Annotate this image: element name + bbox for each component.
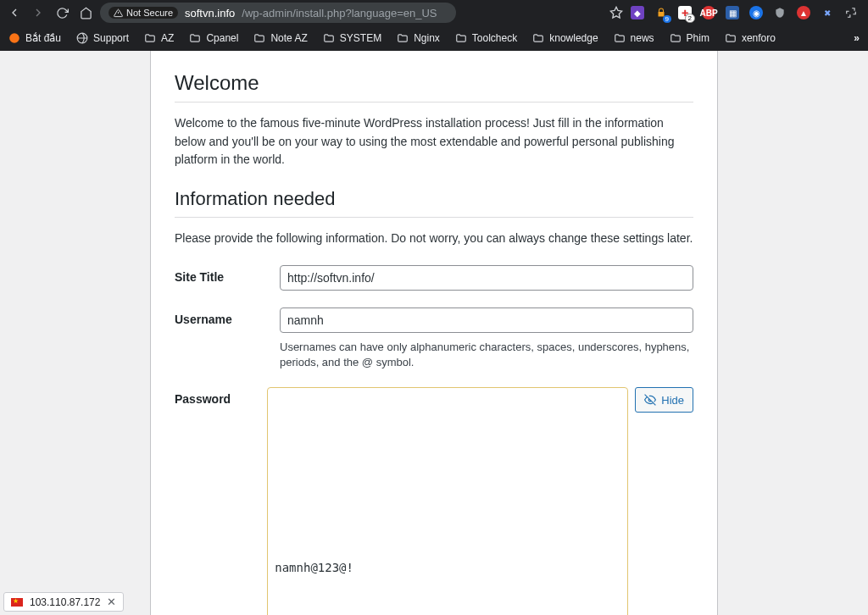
row-site-title: Site Title [175,265,693,291]
bookmarks-bar: Bắt đầu Support AZ Cpanel Note AZ SYSTEM… [0,25,868,51]
bookmark-label: Support [93,32,129,44]
extension-icons: ◆ 9 ✚2 ABP ▦ ◉ ▲ ✖ [631,6,863,19]
welcome-paragraph: Welcome to the famous five-minute WordPr… [175,114,693,169]
bookmark-overflow[interactable]: » [854,32,860,44]
bookmark-batdau[interactable]: Bắt đầu [8,32,61,44]
password-input[interactable] [267,387,628,615]
svg-point-3 [9,33,19,43]
eye-off-icon [644,394,656,406]
bookmark-label: AZ [161,32,174,44]
download-item[interactable]: 103.110.87.172 ✕ [3,592,124,612]
url-host: softvn.info [185,7,235,19]
label-username: Username [175,308,280,326]
page-background: Welcome Welcome to the famous five-minut… [0,51,868,615]
bookmark-star-icon[interactable] [607,3,626,22]
welcome-heading: Welcome [175,71,693,95]
bookmark-system[interactable]: SYSTEM [323,32,381,44]
bookmark-cpanel[interactable]: Cpanel [189,32,238,44]
bookmark-label: knowledge [549,32,598,44]
bookmark-support[interactable]: Support [76,32,129,44]
ext-icon-2[interactable]: 9 [654,6,668,19]
username-input[interactable] [280,308,693,333]
url-path: /wp-admin/install.php?language=en_US [242,7,437,19]
browser-toolbar: Not Secure softvn.info/wp-admin/install.… [0,0,868,25]
reload-button[interactable] [53,3,71,22]
ext-icon-abp[interactable]: ABP [702,6,715,19]
bookmark-label: SYSTEM [340,32,381,44]
bookmark-az[interactable]: AZ [144,32,174,44]
bookmark-label: Bắt đầu [25,32,61,44]
address-bar[interactable]: Not Secure softvn.info/wp-admin/install.… [100,3,456,23]
ext-icon-puzzle[interactable] [844,6,858,19]
bookmark-label: Nginx [414,32,440,44]
bookmark-toolcheck[interactable]: Toolcheck [455,32,517,44]
hide-password-button[interactable]: Hide [635,387,693,413]
ext-icon-4[interactable]: ▦ [726,6,739,19]
bookmark-noteaz[interactable]: Note AZ [253,32,307,44]
username-hint: Usernames can have only alphanumeric cha… [280,340,693,370]
bookmark-nginx[interactable]: Nginx [397,32,440,44]
download-ip: 103.110.87.172 [30,596,100,608]
label-site-title: Site Title [175,265,280,284]
bookmark-knowledge[interactable]: knowledge [532,32,598,44]
ext-icon-5[interactable]: ◉ [749,6,763,19]
row-username: Username Usernames can have only alphanu… [175,308,693,370]
close-icon[interactable]: ✕ [107,596,116,608]
bookmark-label: xenforo [742,32,776,44]
back-button[interactable] [5,3,24,22]
label-password: Password [175,387,267,406]
bookmark-label: Phim [687,32,709,44]
information-paragraph: Please provide the following information… [175,230,693,248]
bookmark-xenforo[interactable]: xenforo [725,32,776,44]
bookmark-news[interactable]: news [614,32,654,44]
ext-icon-shield[interactable] [773,6,787,19]
svg-marker-2 [610,7,621,18]
hide-password-label: Hide [661,394,684,407]
bookmark-label: Note AZ [270,32,307,44]
install-card: Welcome Welcome to the famous five-minut… [150,51,718,615]
information-heading: Information needed [175,188,693,210]
bookmark-label: Toolcheck [472,32,517,44]
ext-icon-7[interactable]: ✖ [821,6,834,19]
site-title-input[interactable] [280,265,693,291]
bookmark-phim[interactable]: Phim [670,32,709,44]
bookmark-label: Cpanel [206,32,238,44]
bookmark-label: news [631,32,654,44]
ext-icon-3[interactable]: ✚2 [678,6,692,19]
browser-chrome: Not Secure softvn.info/wp-admin/install.… [0,0,868,51]
ext-icon-6[interactable]: ▲ [797,6,810,19]
not-secure-badge: Not Secure [108,7,178,19]
forward-button[interactable] [29,3,47,22]
ext-icon-1[interactable]: ◆ [631,6,644,19]
home-button[interactable] [76,3,95,22]
flag-icon [11,598,23,607]
row-password: Password Medium Hide Important: You will… [175,387,693,615]
not-secure-text: Not Secure [126,8,173,18]
